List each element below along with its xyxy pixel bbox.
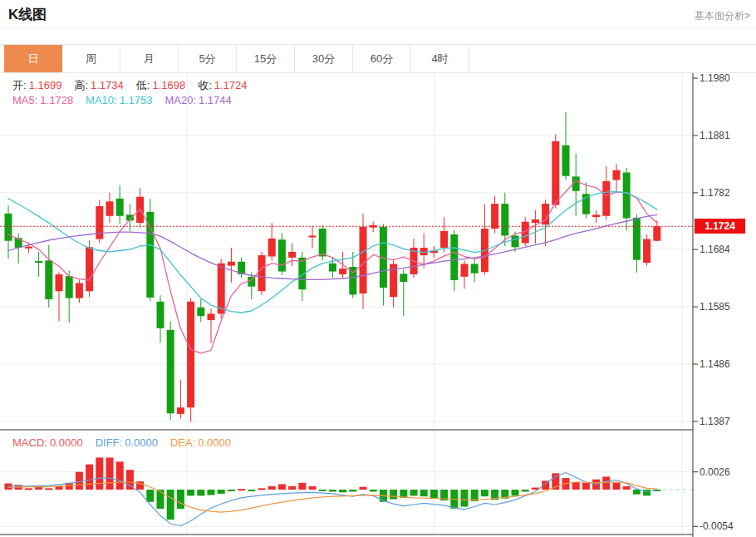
diff-readout: DIFF:0.0000 <box>96 436 158 449</box>
macd-histogram <box>5 457 661 520</box>
svg-text:-0.0054: -0.0054 <box>700 520 734 532</box>
tab-day[interactable]: 日 <box>4 45 62 72</box>
svg-text:1.1881: 1.1881 <box>700 130 730 141</box>
svg-text:0.0026: 0.0026 <box>700 466 730 478</box>
fundamental-analysis-link[interactable]: 基本面分析> <box>695 9 750 23</box>
svg-text:1.1387: 1.1387 <box>700 416 730 427</box>
ohlc-close: 收:1.1724 <box>198 79 247 91</box>
dea-readout: DEA:0.0000 <box>170 436 231 449</box>
ma5-readout: MA5:1.1728 <box>12 94 73 106</box>
macd-readout: MACD:0.0000 <box>12 436 83 449</box>
ohlc-readout: 开:1.1699高:1.1734低:1.1698收:1.1724 <box>12 79 260 91</box>
ma-legend: MA5:1.1728MA10:1.1753MA20:1.1744 <box>12 94 244 106</box>
diff-line <box>8 473 657 526</box>
svg-text:1.1980: 1.1980 <box>700 73 730 84</box>
kline-page: K线图 基本面分析> 日周月5分15分30分60分4时 1.19801.1881… <box>0 0 756 537</box>
header-divider <box>0 27 756 28</box>
candles-layer <box>5 112 661 422</box>
tab-60min[interactable]: 60分 <box>353 45 411 72</box>
svg-text:1.1486: 1.1486 <box>700 358 730 370</box>
svg-text:1.1684: 1.1684 <box>700 244 730 255</box>
tab-week[interactable]: 周 <box>62 45 120 72</box>
ohlc-low: 低:1.1698 <box>136 79 185 91</box>
ma10-readout: MA10:1.1753 <box>86 94 152 106</box>
page-title: K线图 <box>8 5 47 24</box>
ma10-line <box>8 192 657 313</box>
dea-line <box>8 482 657 512</box>
macd-legend: MACD:0.0000DIFF:0.0000DEA:0.0000 <box>12 436 243 449</box>
tab-4hour[interactable]: 4时 <box>411 45 469 72</box>
tab-5min[interactable]: 5分 <box>179 45 237 72</box>
svg-text:1.1585: 1.1585 <box>700 301 730 313</box>
ohlc-open: 开:1.1699 <box>12 79 61 91</box>
interval-tabbar: 日周月5分15分30分60分4时 <box>0 44 756 73</box>
tab-30min[interactable]: 30分 <box>295 45 353 72</box>
kline-chart-canvas[interactable]: 1.19801.18811.17821.16841.15851.14861.13… <box>0 73 756 537</box>
tab-15min[interactable]: 15分 <box>237 45 295 72</box>
ma20-readout: MA20:1.1744 <box>164 94 231 106</box>
ohlc-high: 高:1.1734 <box>74 79 123 91</box>
grid-layer <box>0 73 693 535</box>
kline-chart[interactable]: 1.19801.18811.17821.16841.15851.14861.13… <box>0 73 756 537</box>
last-price-tag: 1.1724 <box>695 219 745 234</box>
tab-month[interactable]: 月 <box>120 45 179 72</box>
svg-text:1.1782: 1.1782 <box>700 187 730 199</box>
